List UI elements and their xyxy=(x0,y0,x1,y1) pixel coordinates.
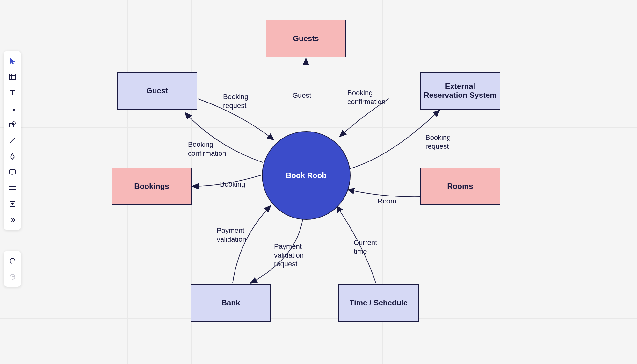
entity-external-reservation-label: External Reservation System xyxy=(423,82,496,100)
grid-tool[interactable] xyxy=(6,182,19,195)
diagram-canvas[interactable]: Book Roob Guest Guests External Reservat… xyxy=(0,0,637,364)
entity-guest-label: Guest xyxy=(146,86,168,95)
arrow-tool[interactable] xyxy=(6,134,19,147)
edge-label-booking-request-2: Booking request xyxy=(425,133,451,151)
edge-label-payment-validation-request: Payment validation request xyxy=(274,242,304,268)
svg-rect-8 xyxy=(10,170,15,174)
pointer-tool[interactable] xyxy=(6,54,19,68)
svg-line-7 xyxy=(10,138,15,143)
edge-label-guest: Guest xyxy=(293,91,311,100)
svg-rect-5 xyxy=(10,123,13,127)
entity-rooms-label: Rooms xyxy=(447,182,473,191)
sticky-tool[interactable] xyxy=(6,102,19,115)
redo-button xyxy=(6,270,19,283)
toolbar-main xyxy=(4,51,21,230)
central-process-label: Book Roob xyxy=(286,171,327,180)
entity-time-schedule[interactable]: Time / Schedule xyxy=(338,284,419,322)
entity-bookings[interactable]: Bookings xyxy=(112,168,192,205)
edge-label-booking-confirmation-2: Booking confirmation xyxy=(347,89,386,106)
undo-button[interactable] xyxy=(6,254,19,268)
text-tool[interactable] xyxy=(6,86,19,99)
edge-label-payment-validation: Payment validation xyxy=(217,226,246,244)
more-tool[interactable] xyxy=(6,213,19,227)
central-process-node[interactable]: Book Roob xyxy=(262,131,351,220)
entity-guests[interactable]: Guests xyxy=(266,20,346,57)
svg-rect-0 xyxy=(10,74,15,80)
edge-label-room: Room xyxy=(378,197,396,206)
entity-guests-label: Guests xyxy=(293,34,319,43)
comment-tool[interactable] xyxy=(6,166,19,179)
entity-time-schedule-label: Time / Schedule xyxy=(350,298,408,307)
edge-label-booking: Booking xyxy=(220,180,245,189)
toolbar-history xyxy=(4,251,21,287)
export-tool[interactable] xyxy=(6,197,19,211)
edge-label-current-time: Current time xyxy=(354,238,377,256)
frame-tool[interactable] xyxy=(6,70,19,83)
edge-label-booking-request-1: Booking request xyxy=(223,92,249,110)
entity-bookings-label: Bookings xyxy=(134,182,169,191)
pen-tool[interactable] xyxy=(6,150,19,163)
entity-bank[interactable]: Bank xyxy=(191,284,271,322)
entity-rooms[interactable]: Rooms xyxy=(420,168,500,205)
shape-tool[interactable] xyxy=(6,118,19,131)
edge-label-booking-confirmation-1: Booking confirmation xyxy=(188,140,226,158)
entity-bank-label: Bank xyxy=(221,298,240,307)
entity-guest[interactable]: Guest xyxy=(117,72,197,110)
entity-external-reservation[interactable]: External Reservation System xyxy=(420,72,500,110)
